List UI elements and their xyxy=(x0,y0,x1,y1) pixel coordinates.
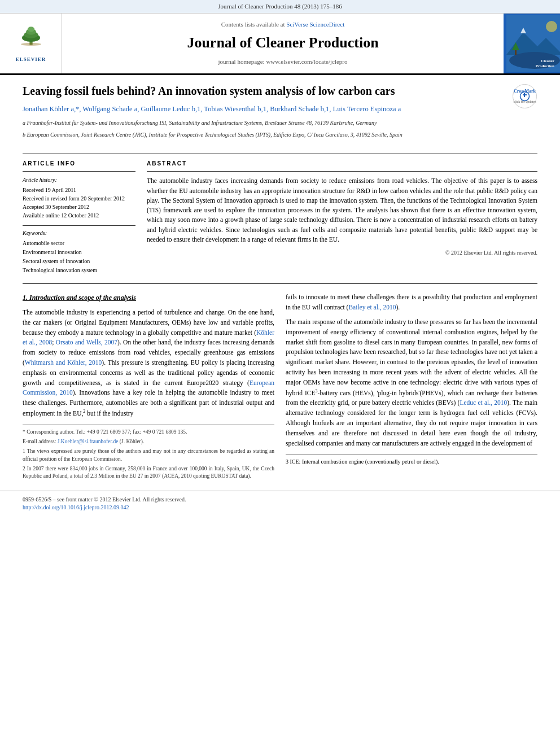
sciverse-line: Contents lists available at SciVerse Sci… xyxy=(221,20,344,29)
received-date: Received 19 April 2011 xyxy=(23,186,135,194)
footnote-1: 1 The views expressed are purely those o… xyxy=(23,448,274,463)
article-title: Leaving fossil fuels behind? An innovati… xyxy=(23,84,504,98)
cleaner-production-logo: Cleaner Production xyxy=(504,14,560,73)
authors-text: Jonathan Köhler a,*, Wolfgang Schade a, … xyxy=(23,105,401,113)
cite-bailey[interactable]: Bailey et al., 2010 xyxy=(348,304,396,311)
article-right-col: fails to innovate to meet these challeng… xyxy=(286,292,537,482)
svg-point-4 xyxy=(27,27,34,32)
main-article-columns: 1. Introduction and scope of the analysi… xyxy=(23,292,537,482)
elsevier-tree-image xyxy=(8,24,54,55)
history-section: Article history: Received 19 April 2011 … xyxy=(23,176,135,220)
title-divider xyxy=(23,154,537,154)
authors-list: Jonathan Köhler a,*, Wolfgang Schade a, … xyxy=(23,104,504,115)
main-content-area: Leaving fossil fuels behind? An innovati… xyxy=(0,75,560,491)
footnote-email: E-mail address: J.Koehler@isi.fraunhofer… xyxy=(23,438,274,445)
article-title-section: Leaving fossil fuels behind? An innovati… xyxy=(23,84,537,147)
svg-rect-16 xyxy=(524,93,525,97)
footer-issn: 0959-6526/$ – see front matter © 2012 El… xyxy=(23,496,537,504)
keywords-section: Keywords: Automobile sector Environmenta… xyxy=(23,225,135,275)
abstract-section: ABSTRACT The automobile industry faces i… xyxy=(147,160,537,275)
journal-title: Journal of Cleaner Production xyxy=(187,33,378,53)
homepage-line: journal homepage: www.elsevier.com/locat… xyxy=(218,58,348,66)
section1-heading: 1. Introduction and scope of the analysi… xyxy=(23,292,274,303)
cp-logo-image: Cleaner Production xyxy=(506,15,557,72)
affiliation-b: b European Commission, Joint Research Ce… xyxy=(23,130,504,139)
accepted-date: Accepted 30 September 2012 xyxy=(23,203,135,211)
keywords-title: Keywords: xyxy=(23,229,135,237)
section1-para1: The automobile industry is experiencing … xyxy=(23,308,274,419)
keyword-1: Automobile sector xyxy=(23,239,135,248)
body-divider xyxy=(23,283,537,284)
svg-text:click for updates: click for updates xyxy=(514,100,537,103)
keyword-2: Environmental innovation xyxy=(23,248,135,257)
affiliation-a: a Fraunhofer-Institut für System- und In… xyxy=(23,119,504,127)
cp-logo-text: Cleaner Production xyxy=(536,59,554,69)
footnotes-left: * Corresponding author. Tel.: +49 0 721 … xyxy=(23,425,274,480)
svg-point-5 xyxy=(21,43,41,46)
abstract-divider xyxy=(147,171,537,172)
footnote-star: * Corresponding author. Tel.: +49 0 721 … xyxy=(23,429,274,436)
footer-doi: http://dx.doi.org/10.1016/j.jclepro.2012… xyxy=(23,504,537,512)
journal-center-info: Contents lists available at SciVerse Sci… xyxy=(62,14,504,73)
article-title-block: Leaving fossil fuels behind? An innovati… xyxy=(23,84,504,143)
abstract-text: The automobile industry faces increasing… xyxy=(147,176,537,244)
history-title: Article history: xyxy=(23,176,135,184)
cite-whitmarsh[interactable]: Whitmarsh and Köhler, 2010 xyxy=(25,359,102,366)
article-left-col: 1. Introduction and scope of the analysi… xyxy=(23,292,274,482)
doi-link[interactable]: http://dx.doi.org/10.1016/j.jclepro.2012… xyxy=(23,504,129,510)
journal-citation: Journal of Cleaner Production 48 (2013) … xyxy=(218,3,342,10)
article-info-abstract: ARTICLE INFO Article history: Received 1… xyxy=(23,160,537,275)
bottom-footer: 0959-6526/$ – see front matter © 2012 El… xyxy=(0,491,560,516)
footnote-2: 2 In 2007 there were 834,000 jobs in Ger… xyxy=(23,465,274,480)
info-divider xyxy=(23,171,135,172)
section1-para3: The main response of the automobile indu… xyxy=(286,317,537,448)
sciverse-link[interactable]: SciVerse ScienceDirect xyxy=(286,21,344,28)
section1-para2: fails to innovate to meet these challeng… xyxy=(286,292,537,313)
keyword-4: Technological innovation system xyxy=(23,266,135,275)
svg-text:CrossMark: CrossMark xyxy=(514,89,536,94)
article-info-column: ARTICLE INFO Article history: Received 1… xyxy=(23,160,135,275)
homepage-url[interactable]: www.elsevier.com/locate/jclepro xyxy=(266,58,347,65)
elsevier-brand-text: ELSEVIER xyxy=(16,56,46,63)
journal-masthead: ELSEVIER Contents lists available at Sci… xyxy=(0,14,560,75)
cite-orsato[interactable]: Orsato and Wells, 2007 xyxy=(56,339,117,346)
abstract-heading: ABSTRACT xyxy=(147,160,537,168)
elsevier-logo: ELSEVIER xyxy=(0,14,62,73)
keyword-3: Sectoral system of innovation xyxy=(23,257,135,266)
copyright-notice: © 2012 Elsevier Ltd. All rights reserved… xyxy=(147,249,537,257)
received-revised-date: Received in revised form 20 September 20… xyxy=(23,194,135,203)
footnote-3: 3 ICE: Internal combustion engine (conve… xyxy=(286,454,537,466)
crossmark-badge[interactable]: CrossMark click for updates xyxy=(512,84,537,109)
cite-ec2010[interactable]: European Commission, 2010 xyxy=(23,379,274,396)
article-info-heading: ARTICLE INFO xyxy=(23,160,135,168)
available-date: Available online 12 October 2012 xyxy=(23,211,135,220)
svg-point-12 xyxy=(546,21,557,32)
cite-leduc[interactable]: Leduc et al., 2010 xyxy=(460,399,507,406)
journal-header-bar: Journal of Cleaner Production 48 (2013) … xyxy=(0,0,560,14)
footnote-email-link[interactable]: J.Koehler@isi.fraunhofer.de xyxy=(58,439,119,444)
